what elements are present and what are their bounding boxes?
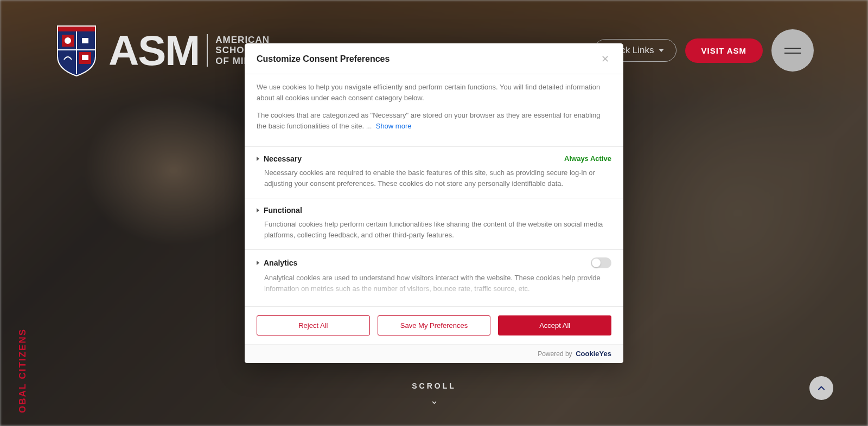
category-title: Analytics: [264, 259, 297, 267]
reject-all-button[interactable]: Reject All: [257, 315, 370, 335]
logo-acronym: ASM: [108, 26, 199, 75]
logo-divider: [207, 34, 208, 67]
category-functional: Functional Functional cookies help perfo…: [245, 198, 623, 250]
category-toggle-header[interactable]: Analytics: [257, 259, 297, 267]
category-desc: Necessary cookies are required to enable…: [257, 163, 611, 189]
always-active-label: Always Active: [564, 154, 611, 163]
svg-point-2: [65, 37, 71, 44]
close-button[interactable]: ✕: [599, 53, 611, 65]
school-crest-icon: [54, 24, 99, 77]
menu-icon: [784, 48, 801, 49]
analytics-toggle[interactable]: [591, 257, 611, 268]
header-nav: Quick Links VISIT ASM: [594, 29, 814, 72]
caret-down-icon: [659, 49, 664, 52]
svg-rect-6: [82, 55, 88, 60]
modal-title: Customize Consent Preferences: [257, 54, 390, 64]
close-icon: ✕: [601, 54, 609, 64]
category-desc: Analytical cookies are used to understan…: [257, 268, 611, 294]
category-necessary: Necessary Always Active Necessary cookie…: [245, 147, 623, 198]
category-analytics: Analytics Analytical cookies are used to…: [245, 250, 623, 304]
category-performance: Performance Performance cookies are used…: [245, 304, 623, 306]
svg-rect-4: [62, 52, 74, 64]
save-preferences-button[interactable]: Save My Preferences: [378, 315, 491, 335]
chevron-right-icon: [257, 208, 259, 212]
powered-by: Powered by CookieYes: [245, 344, 623, 363]
chevron-right-icon: [257, 157, 259, 161]
menu-button[interactable]: [771, 29, 814, 72]
vertical-slogan: OBAL CITIZENS: [17, 328, 28, 413]
category-title: Necessary: [264, 154, 302, 163]
svg-rect-3: [82, 38, 88, 43]
category-desc: Functional cookies help perform certain …: [257, 215, 611, 241]
accept-all-button[interactable]: Accept All: [498, 315, 611, 335]
modal-header: Customize Consent Preferences ✕: [245, 43, 623, 74]
scroll-indicator[interactable]: SCROLL ⌄: [412, 382, 456, 406]
modal-footer: Reject All Save My Preferences Accept Al…: [245, 306, 623, 344]
modal-description: We use cookies to help you navigate effi…: [245, 74, 623, 147]
chevron-right-icon: [257, 261, 259, 265]
scroll-to-top-button[interactable]: [809, 376, 833, 400]
show-more-link[interactable]: Show more: [376, 122, 412, 130]
visit-asm-button[interactable]: VISIT ASM: [685, 38, 763, 63]
category-title: Functional: [264, 206, 302, 215]
consent-modal: Customize Consent Preferences ✕ We use c…: [245, 43, 623, 363]
scroll-label: SCROLL: [412, 382, 456, 390]
category-toggle-header[interactable]: Necessary: [257, 154, 302, 163]
category-toggle-header[interactable]: Functional: [257, 206, 302, 215]
chevron-up-icon: [816, 383, 827, 393]
chevron-down-icon: ⌄: [412, 395, 456, 406]
modal-body[interactable]: We use cookies to help you navigate effi…: [245, 74, 623, 306]
brand[interactable]: ASM AMERICAN SCHOOL OF MILAN: [54, 24, 270, 77]
